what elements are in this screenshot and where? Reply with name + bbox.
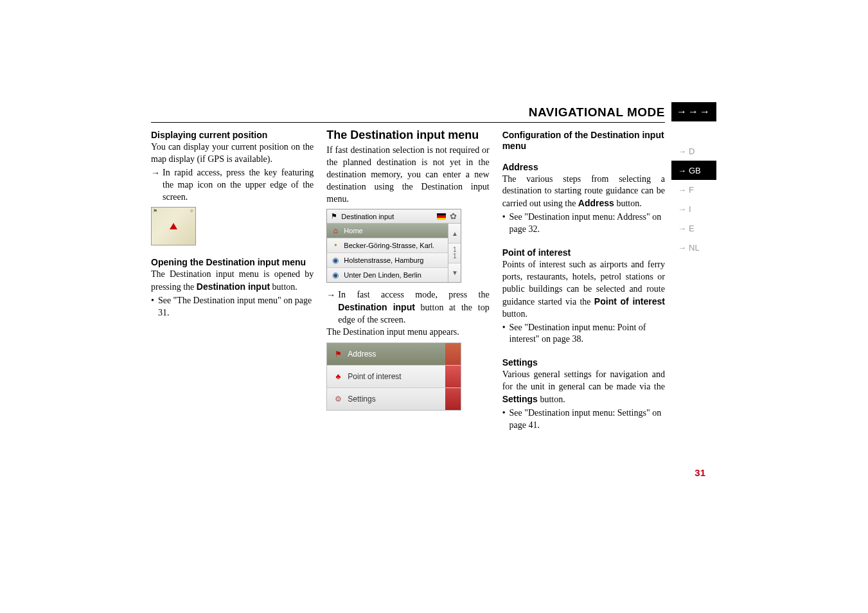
menu-label: Settings	[348, 395, 375, 404]
lang-d[interactable]: →D	[671, 141, 716, 161]
arrow-icon: →	[678, 185, 686, 195]
gear-icon: ✿	[450, 211, 457, 221]
screenshot-body: ⌂Home •Becker-Göring-Strasse, Karl. ◉Hol…	[327, 224, 461, 282]
sat-icon: ✧	[190, 208, 194, 215]
list-label: Unter Den Linden, Berlin	[344, 271, 421, 279]
paragraph: The Destination input menu appears.	[326, 326, 489, 339]
list-label: Home	[344, 227, 362, 235]
accent-bar	[445, 366, 461, 387]
bold-label: Address	[578, 198, 614, 208]
page: NAVIGATIONAL MODE →→→ →D →GB →F →I →E →N…	[0, 0, 868, 613]
lang-gb[interactable]: →GB	[671, 161, 716, 180]
arrow-icon: →	[151, 167, 160, 204]
bold-label: Destination input	[338, 302, 415, 312]
bullet-row: • See "Destination input menu: Address" …	[502, 211, 665, 236]
header-arrows-badge: →→→	[671, 102, 716, 121]
bullet-text: See "Destination input menu: Point of in…	[509, 322, 665, 346]
list-item[interactable]: •Becker-Göring-Strasse, Karl.	[327, 238, 448, 253]
bullet-row: • See "Destination input menu: Settings"…	[502, 407, 665, 432]
lang-e[interactable]: →E	[671, 218, 716, 238]
gear-icon: ⚙	[333, 395, 342, 404]
bullet-icon: •	[502, 211, 506, 236]
arrow-icon: →	[678, 224, 686, 233]
menu-item-address[interactable]: ⚑Address	[327, 343, 461, 366]
screenshot-destination-list: ⚑ Destination input ✿ ⌂Home •Becker-Göri…	[326, 209, 461, 283]
bold-label: Settings	[502, 394, 538, 404]
screenshot-scroll: ▲ 1 1 ▼	[448, 224, 461, 282]
screenshot-destination-menu: ⚑Address ♣Point of interest ⚙Settings	[326, 342, 461, 411]
page-title: NAVIGATIONAL MODE	[529, 105, 665, 120]
column-1: Displaying current position You can disp…	[151, 129, 314, 432]
lang-label: GB	[689, 166, 701, 175]
arrow-icon: →→→	[677, 106, 711, 118]
paragraph: Various general settings for navigation …	[502, 369, 665, 406]
text: button.	[614, 199, 642, 208]
menu-label: Point of interest	[348, 372, 401, 381]
bullet-text: See "Destination input menu: Address" on…	[509, 211, 665, 236]
column-3: Configuration of the Destination input m…	[502, 129, 665, 432]
list-item[interactable]: ◉Unter Den Linden, Berlin	[327, 268, 448, 282]
lang-f[interactable]: →F	[671, 180, 716, 199]
home-icon: ⌂	[331, 226, 340, 235]
list-label: Becker-Göring-Strasse, Karl.	[344, 242, 434, 249]
step-row: → In rapid access, press the key featuri…	[151, 167, 314, 204]
text: button.	[538, 395, 565, 404]
lang-label: NL	[689, 243, 700, 253]
content-columns: Displaying current position You can disp…	[151, 129, 665, 432]
lang-label: D	[689, 147, 695, 156]
paragraph: If fast destination selection is not req…	[326, 145, 489, 205]
header-rule	[151, 122, 665, 123]
map-thumbnail: ⚑✧	[151, 207, 196, 245]
heading-open-dest-menu: Opening the Destination input menu	[151, 257, 314, 267]
text: button.	[502, 309, 527, 319]
heading-display-position: Displaying current position	[151, 130, 314, 140]
heading-settings: Settings	[502, 357, 665, 368]
counter-text: 1 1	[453, 247, 457, 260]
text: Various general settings for navigation …	[502, 369, 665, 391]
heading-config: Configuration of the Destination input m…	[502, 130, 665, 152]
chevron-down-icon: ▼	[452, 269, 458, 276]
accent-bar	[445, 388, 461, 410]
paragraph: The various steps from selecting a desti…	[502, 173, 665, 211]
flag-icon: ⚑	[333, 350, 342, 359]
paragraph: Points of interest such as airports and …	[502, 259, 665, 320]
text: In fast access mode, press the	[338, 290, 489, 299]
scroll-down-button[interactable]: ▼	[448, 263, 461, 283]
bullet-row: • See "The Destination input menu" on pa…	[151, 295, 314, 319]
step-row: → In fast access mode, press the Destina…	[326, 289, 489, 326]
paragraph: You can display your current position on…	[151, 141, 314, 166]
heading-poi: Point of interest	[502, 247, 665, 258]
scroll-up-button[interactable]: ▲	[448, 224, 461, 244]
arrow-icon: →	[678, 204, 686, 214]
arrow-icon: →	[678, 166, 686, 175]
text: button.	[270, 282, 297, 292]
page-number: 31	[695, 467, 705, 478]
list-label: Holstenstrasse, Hamburg	[344, 256, 423, 264]
step-text: In fast access mode, press the Destinati…	[338, 289, 489, 326]
arrow-icon: →	[326, 289, 335, 326]
menu-item-settings[interactable]: ⚙Settings	[327, 388, 461, 410]
pin-icon: •	[331, 241, 340, 250]
menu-label: Address	[348, 350, 376, 359]
header-row: NAVIGATIONAL MODE	[151, 105, 665, 121]
bullet-icon: •	[151, 295, 154, 319]
list-item[interactable]: ◉Holstenstrasse, Hamburg	[327, 253, 448, 268]
flag-icon: ⚑	[331, 212, 337, 220]
heading-dest-input-menu: The Destination input menu	[326, 129, 489, 142]
lang-nl[interactable]: →NL	[671, 238, 716, 257]
lang-i[interactable]: →I	[671, 199, 716, 218]
menu-item-poi[interactable]: ♣Point of interest	[327, 366, 461, 388]
flag-icon: ⚑	[153, 208, 157, 215]
arrow-icon: →	[678, 243, 686, 253]
screenshot-title: Destination input	[341, 213, 394, 220]
accent-bar	[445, 343, 461, 365]
paragraph: The Destination input menu is opened by …	[151, 269, 314, 294]
map-overlay-icons: ⚑✧	[152, 208, 195, 215]
bullet-icon: •	[502, 322, 506, 346]
list-item-home[interactable]: ⌂Home	[327, 224, 448, 238]
lang-label: F	[689, 185, 694, 195]
lang-label: I	[689, 204, 691, 214]
screenshot-header: ⚑ Destination input ✿	[327, 209, 461, 224]
scroll-counter: 1 1	[448, 244, 461, 263]
bullet-text: See "The Destination input menu" on page…	[158, 295, 314, 319]
